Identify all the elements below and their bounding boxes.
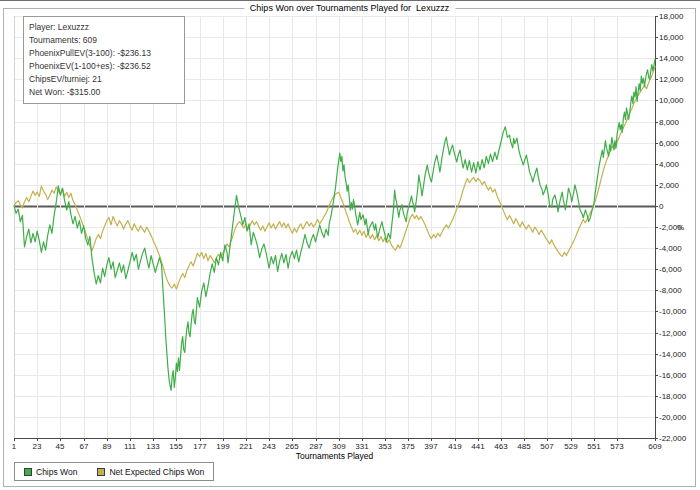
legend-item: Chips Won xyxy=(24,467,77,477)
chart-legend: Chips WonNet Expected Chips Won xyxy=(14,462,214,481)
chart-title: Chips Won over Tournaments Played for Le… xyxy=(244,3,455,13)
stat-line: PhoenixPullEV(3-100): -$236.13 xyxy=(29,47,179,60)
y-tick-label: 0 xyxy=(659,202,697,211)
y-tick-label: 10,000 xyxy=(659,96,697,105)
y-tick-label: -12,000 xyxy=(659,329,697,338)
stat-line: PhoenixEV(1-100+es): -$236.52 xyxy=(29,60,179,73)
y-tick-label: 14,000 xyxy=(659,54,697,63)
y-tick-label: 6,000 xyxy=(659,139,697,148)
stat-line: Player: Lexuzzz xyxy=(29,21,179,34)
stat-line: Net Won: -$315.00 xyxy=(29,86,179,99)
y-tick-label: 2,000 xyxy=(659,181,697,190)
y-tick-label: -6,000 xyxy=(659,265,697,274)
y-tick-label: -14,000 xyxy=(659,350,697,359)
stats-box: Player: LexuzzzTournaments: 609PhoenixPu… xyxy=(23,16,185,104)
y-tick-label: -16,000 xyxy=(659,371,697,380)
y-tick-label: -4,000 xyxy=(659,244,697,253)
legend-item: Net Expected Chips Won xyxy=(97,467,204,477)
y-tick-label: 18,000 xyxy=(659,12,697,21)
y-tick-label: 4,000 xyxy=(659,160,697,169)
y-tick-label: 8,000 xyxy=(659,118,697,127)
stat-line: Tournaments: 609 xyxy=(29,34,179,47)
application-window: Chips Won over Tournaments Played for Le… xyxy=(0,0,700,490)
y-tick-label: 12,000 xyxy=(659,75,697,84)
legend-swatch-icon xyxy=(24,468,32,476)
legend-label: Chips Won xyxy=(36,467,77,477)
stat-line: ChipsEV/turniej: 21 xyxy=(29,73,179,86)
x-axis-title: Tournaments Played xyxy=(14,451,655,461)
percent-axis-icon: % xyxy=(677,223,684,232)
x-tick-label: 573 xyxy=(602,442,632,451)
y-tick-label: -20,000 xyxy=(659,413,697,422)
y-tick-label: -10,000 xyxy=(659,307,697,316)
y-tick-label: 16,000 xyxy=(659,33,697,42)
y-tick-label: -8,000 xyxy=(659,286,697,295)
legend-label: Net Expected Chips Won xyxy=(109,467,204,477)
y-tick-label: -18,000 xyxy=(659,392,697,401)
x-tick-label: 609 xyxy=(640,442,670,451)
legend-swatch-icon xyxy=(97,468,105,476)
